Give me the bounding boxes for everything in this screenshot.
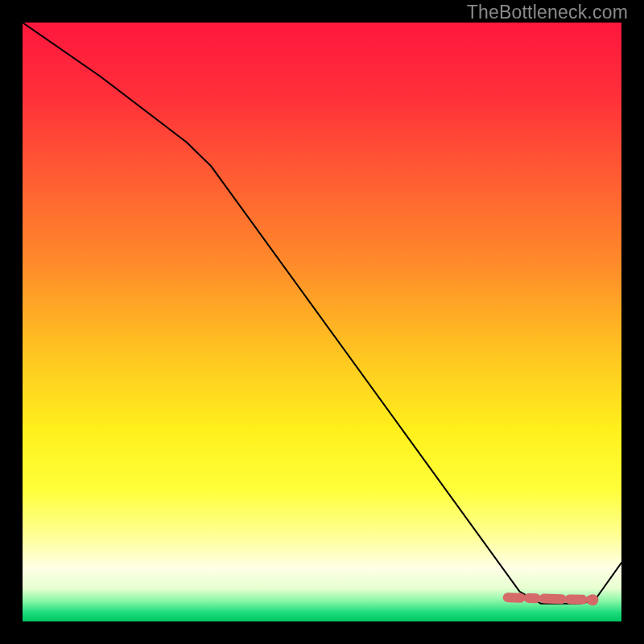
highlight-dot bbox=[587, 594, 598, 605]
chart-stage: TheBottleneck.com bbox=[0, 0, 644, 644]
bottleneck-chart bbox=[23, 23, 621, 621]
plot-background bbox=[23, 23, 621, 621]
series-marker-band bbox=[508, 597, 593, 600]
attribution-text: TheBottleneck.com bbox=[467, 2, 628, 23]
